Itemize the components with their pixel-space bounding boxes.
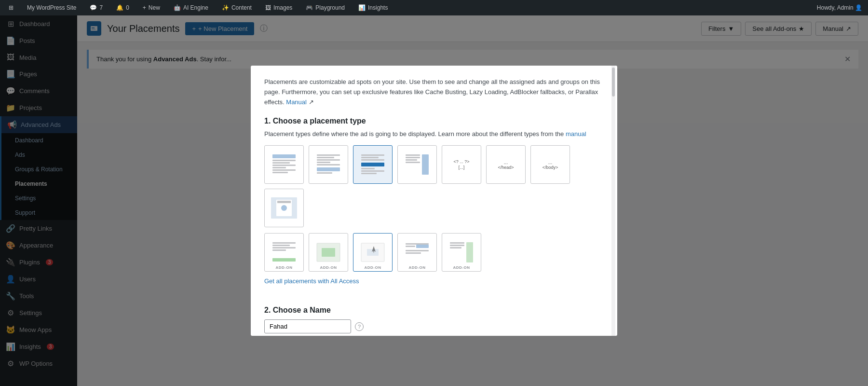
- svg-rect-11: [317, 157, 334, 158]
- placement-type-grid: <? ... ?> [...] ... </head> ...: [264, 145, 604, 227]
- ai-engine-menu[interactable]: 🤖 AI Engine: [171, 0, 211, 15]
- svg-rect-16: [317, 172, 332, 174]
- svg-rect-20: [361, 163, 384, 166]
- name-help-icon[interactable]: ?: [355, 322, 364, 331]
- modal-description: Placements are customizable ad spots on …: [264, 77, 604, 107]
- svg-rect-33: [272, 242, 296, 244]
- svg-rect-46: [406, 250, 429, 251]
- images-icon: 🖼: [265, 4, 271, 11]
- placement-type-before-body[interactable]: ... </body>: [530, 145, 570, 184]
- content-menu[interactable]: ✨ Content: [219, 0, 255, 15]
- svg-rect-27: [406, 162, 420, 163]
- modal-scrollbar[interactable]: [611, 66, 615, 336]
- placement-type-sidebar-widget[interactable]: [397, 145, 437, 184]
- placement-type-before-head[interactable]: ... </head>: [486, 145, 526, 184]
- svg-rect-15: [317, 167, 340, 171]
- svg-rect-48: [450, 242, 464, 244]
- addon-label: ADD-ON: [276, 265, 293, 270]
- svg-rect-34: [272, 245, 290, 246]
- images-menu[interactable]: 🖼 Images: [262, 0, 295, 15]
- get-all-placements-link[interactable]: Get all placements with All Access: [264, 277, 359, 285]
- step2-section: 2. Choose a Name ?: [264, 306, 604, 333]
- svg-rect-4: [272, 160, 296, 161]
- svg-rect-35: [272, 247, 296, 248]
- svg-rect-7: [272, 167, 286, 168]
- step1-section: 1. Choose a placement type Placement typ…: [264, 117, 604, 296]
- step1-subtext: Placement types define where the ad is g…: [264, 130, 604, 138]
- plus-icon: +: [143, 4, 146, 11]
- svg-rect-37: [272, 258, 296, 262]
- insights-icon: 📊: [358, 4, 366, 11]
- placement-type-inline[interactable]: ADD-ON: [397, 233, 437, 272]
- svg-rect-14: [317, 164, 340, 165]
- svg-rect-13: [317, 162, 330, 163]
- svg-rect-43: [406, 243, 429, 245]
- svg-rect-19: [361, 159, 384, 161]
- svg-rect-23: [361, 173, 377, 174]
- playground-menu[interactable]: 🎮 Playground: [303, 0, 348, 15]
- bell-icon: 🔔: [116, 4, 123, 11]
- step1-heading: 1. Choose a placement type: [264, 117, 604, 125]
- svg-rect-18: [361, 157, 379, 158]
- svg-rect-26: [406, 159, 417, 161]
- step2-form-row: ?: [264, 319, 604, 333]
- content-icon: ✨: [222, 4, 229, 11]
- placement-type-cursor[interactable]: ADD-ON: [353, 233, 393, 272]
- wp-icon: ⊞: [9, 4, 14, 11]
- admin-bar: ⊞ My WordPress Site 💬 7 🔔 0 + New 🤖 AI E…: [0, 0, 868, 15]
- svg-rect-44: [406, 246, 415, 247]
- addon-label: ADD-ON: [320, 265, 337, 270]
- placement-addon-grid: ADD-ON ADD-ON: [264, 233, 604, 272]
- modal-scroll-thumb: [612, 68, 615, 96]
- svg-rect-28: [422, 154, 429, 175]
- svg-rect-25: [406, 157, 420, 158]
- svg-rect-51: [466, 242, 473, 262]
- svg-rect-49: [450, 245, 464, 246]
- svg-rect-12: [317, 159, 340, 161]
- modal-manual-link[interactable]: Manual: [286, 98, 307, 106]
- svg-rect-39: [322, 248, 335, 257]
- step1-manual-link[interactable]: manual: [566, 130, 586, 138]
- svg-rect-21: [361, 168, 375, 169]
- placement-type-layer[interactable]: ADD-ON: [309, 233, 348, 272]
- modal-body: Placements are customizable ad spots on …: [251, 66, 617, 336]
- playground-icon: 🎮: [306, 4, 313, 11]
- modal-overlay: Placements are customizable ad spots on …: [0, 15, 868, 386]
- svg-rect-45: [416, 245, 429, 248]
- addon-label: ADD-ON: [409, 265, 426, 270]
- site-name[interactable]: My WordPress Site: [24, 0, 79, 15]
- svg-rect-36: [272, 249, 286, 251]
- placement-type-before-content[interactable]: [264, 145, 304, 184]
- svg-point-31: [281, 205, 287, 211]
- svg-rect-3: [272, 154, 296, 158]
- svg-rect-17: [361, 154, 384, 156]
- svg-rect-50: [450, 247, 461, 248]
- addon-label: ADD-ON: [365, 265, 381, 270]
- placement-type-middle-content[interactable]: [353, 145, 393, 184]
- main-content: Your Placements + + New Placement ⓘ Filt…: [77, 15, 868, 386]
- placement-type-sticky-bottom[interactable]: ADD-ON: [264, 233, 304, 272]
- comment-icon: 💬: [90, 4, 97, 11]
- svg-rect-32: [277, 201, 291, 203]
- svg-rect-24: [406, 154, 420, 156]
- updates-count[interactable]: 🔔 0: [113, 0, 132, 15]
- comments-count[interactable]: 💬 7: [87, 0, 106, 15]
- placement-type-shortcode[interactable]: <? ... ?> [...]: [442, 145, 481, 184]
- svg-rect-22: [361, 170, 384, 172]
- step2-heading: 2. Choose a Name: [264, 306, 604, 315]
- ai-engine-icon: 🤖: [174, 4, 181, 11]
- user-greeting: Howdy, Admin 👤: [817, 4, 862, 11]
- insights-menu[interactable]: 📊 Insights: [355, 0, 391, 15]
- svg-rect-8: [272, 169, 296, 171]
- svg-rect-10: [317, 154, 340, 156]
- new-menu[interactable]: + New: [140, 0, 163, 15]
- placement-name-input[interactable]: [264, 319, 351, 333]
- placement-type-sidebar-addon[interactable]: ADD-ON: [442, 233, 481, 272]
- svg-rect-5: [272, 162, 290, 164]
- placement-type-background[interactable]: [264, 189, 304, 227]
- addon-label: ADD-ON: [453, 265, 470, 270]
- svg-rect-47: [406, 252, 421, 254]
- svg-rect-6: [272, 165, 296, 166]
- wp-logo[interactable]: ⊞: [6, 0, 16, 15]
- placement-type-after-content[interactable]: [309, 145, 348, 184]
